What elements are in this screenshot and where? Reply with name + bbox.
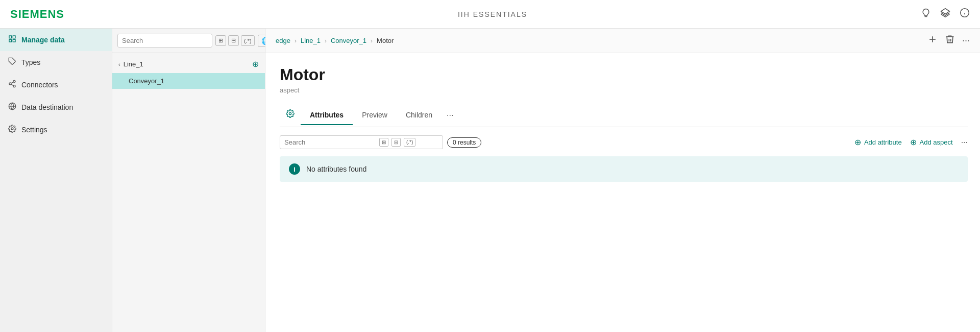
svg-point-19 bbox=[289, 112, 291, 114]
asset-title: Motor bbox=[280, 65, 968, 84]
add-aspect-plus-icon: ⊕ bbox=[910, 137, 917, 147]
bulb-icon[interactable] bbox=[921, 8, 931, 20]
add-attribute-btn[interactable]: ⊕ Add attribute bbox=[854, 137, 902, 147]
tree-item-line1-label: Line_1 bbox=[124, 60, 252, 68]
tab-gear-btn[interactable] bbox=[280, 104, 301, 127]
attr-search-filter-btn[interactable]: (.*) bbox=[404, 138, 415, 147]
svg-rect-4 bbox=[9, 36, 12, 38]
svg-line-12 bbox=[11, 84, 14, 86]
main-layout: Manage data Types Connectors Data destin… bbox=[0, 29, 980, 332]
siemens-logo: SIEMENS bbox=[10, 8, 64, 21]
breadcrumb-more-btn[interactable]: ··· bbox=[962, 35, 970, 46]
sidebar-item-types-label: Types bbox=[21, 58, 40, 66]
sidebar-item-settings[interactable]: Settings bbox=[0, 118, 112, 141]
content-area: ⊞ ⊟ (.*) 🌐 ‹ Line_1 ⊕ Conveyor_1 bbox=[112, 29, 980, 332]
attr-search-grid-btn[interactable]: ⊞ bbox=[379, 138, 388, 147]
svg-point-10 bbox=[9, 83, 11, 85]
grid-icon bbox=[8, 35, 16, 45]
info-circle-icon: i bbox=[289, 163, 300, 175]
breadcrumb-add-btn[interactable] bbox=[927, 34, 938, 47]
tree-search-input[interactable] bbox=[117, 34, 212, 48]
sidebar-item-connectors[interactable]: Connectors bbox=[0, 74, 112, 96]
tab-preview[interactable]: Preview bbox=[353, 106, 397, 125]
header-icons bbox=[921, 8, 970, 20]
tree-item-add-btn[interactable]: ⊕ bbox=[252, 59, 259, 69]
attr-more-btn[interactable]: ··· bbox=[961, 138, 968, 147]
tab-attributes[interactable]: Attributes bbox=[301, 106, 353, 125]
tree-list-icon-btn[interactable]: ⊟ bbox=[228, 35, 239, 46]
sidebar-item-types[interactable]: Types bbox=[0, 51, 112, 74]
svg-line-13 bbox=[11, 82, 14, 83]
tag-icon bbox=[8, 57, 16, 67]
svg-rect-5 bbox=[13, 36, 15, 38]
layers-icon[interactable] bbox=[940, 8, 950, 20]
breadcrumb-edge[interactable]: edge bbox=[276, 37, 290, 44]
info-icon[interactable] bbox=[960, 8, 970, 20]
results-badge: 0 results bbox=[447, 137, 481, 148]
tree-filter-icon-btn[interactable]: (.*) bbox=[241, 35, 255, 46]
detail-panel: edge › Line_1 › Conveyor_1 › Motor ··· bbox=[265, 29, 980, 332]
svg-rect-7 bbox=[13, 39, 15, 42]
attr-search-bar: ⊞ ⊟ (.*) 0 results ⊕ Add attribute ⊕ Add… bbox=[280, 135, 968, 149]
svg-point-11 bbox=[13, 85, 15, 87]
sidebar-item-connectors-label: Connectors bbox=[21, 81, 58, 89]
sidebar-item-manage-data[interactable]: Manage data bbox=[0, 29, 112, 51]
detail-content: Motor aspect Attributes Preview Children… bbox=[265, 53, 980, 332]
breadcrumb-current: Motor bbox=[377, 37, 394, 44]
attr-actions: ⊕ Add attribute ⊕ Add aspect ··· bbox=[854, 137, 968, 147]
svg-point-9 bbox=[13, 80, 15, 82]
svg-rect-6 bbox=[9, 39, 12, 42]
tree-chevron-line1: ‹ bbox=[118, 61, 120, 67]
no-attributes-message: No attributes found bbox=[306, 165, 366, 173]
sidebar: Manage data Types Connectors Data destin… bbox=[0, 29, 112, 332]
settings-icon bbox=[8, 125, 16, 135]
destination-icon bbox=[8, 102, 16, 112]
add-attribute-label: Add attribute bbox=[864, 138, 902, 146]
add-attribute-plus-icon: ⊕ bbox=[854, 137, 861, 147]
breadcrumb-sep-2: › bbox=[325, 37, 327, 44]
no-attributes-banner: i No attributes found bbox=[280, 156, 968, 182]
tree-panel: ⊞ ⊟ (.*) 🌐 ‹ Line_1 ⊕ Conveyor_1 bbox=[112, 29, 265, 332]
share-icon bbox=[8, 80, 16, 90]
asset-subtitle: aspect bbox=[280, 86, 968, 94]
sidebar-item-data-destination-label: Data destination bbox=[21, 103, 73, 111]
add-aspect-btn[interactable]: ⊕ Add aspect bbox=[910, 137, 953, 147]
sidebar-item-settings-label: Settings bbox=[21, 126, 47, 134]
breadcrumb-conveyor1[interactable]: Conveyor_1 bbox=[331, 37, 366, 44]
tree-items: ‹ Line_1 ⊕ Conveyor_1 bbox=[112, 53, 265, 332]
tab-children[interactable]: Children bbox=[397, 106, 442, 125]
add-aspect-label: Add aspect bbox=[920, 138, 953, 146]
tree-item-conveyor1[interactable]: Conveyor_1 bbox=[112, 73, 265, 89]
tab-more-btn[interactable]: ··· bbox=[442, 106, 458, 125]
tree-item-line1[interactable]: ‹ Line_1 ⊕ bbox=[112, 55, 265, 73]
breadcrumb-line1[interactable]: Line_1 bbox=[301, 37, 321, 44]
app-title: IIH ESSENTIALS bbox=[458, 10, 527, 18]
tree-item-conveyor1-label: Conveyor_1 bbox=[129, 77, 259, 85]
attr-search-input-wrap: ⊞ ⊟ (.*) bbox=[280, 135, 443, 149]
tree-grid-icon-btn[interactable]: ⊞ bbox=[215, 35, 226, 46]
breadcrumb-sep-1: › bbox=[295, 37, 297, 44]
sidebar-item-data-destination[interactable]: Data destination bbox=[0, 96, 112, 118]
breadcrumb-bar: edge › Line_1 › Conveyor_1 › Motor ··· bbox=[265, 29, 980, 53]
attr-search-input[interactable] bbox=[284, 138, 376, 146]
tree-search-icons: ⊞ ⊟ (.*) bbox=[215, 35, 255, 46]
attr-search-list-btn[interactable]: ⊟ bbox=[391, 138, 401, 147]
breadcrumb-sep-3: › bbox=[371, 37, 373, 44]
svg-point-16 bbox=[11, 128, 13, 130]
top-header: SIEMENS IIH ESSENTIALS bbox=[0, 0, 980, 29]
tabs-bar: Attributes Preview Children ··· bbox=[280, 104, 968, 127]
breadcrumb-delete-btn[interactable] bbox=[945, 34, 955, 47]
tree-search-bar: ⊞ ⊟ (.*) 🌐 bbox=[112, 29, 265, 53]
breadcrumb-actions: ··· bbox=[927, 34, 970, 47]
sidebar-item-manage-data-label: Manage data bbox=[21, 36, 65, 44]
